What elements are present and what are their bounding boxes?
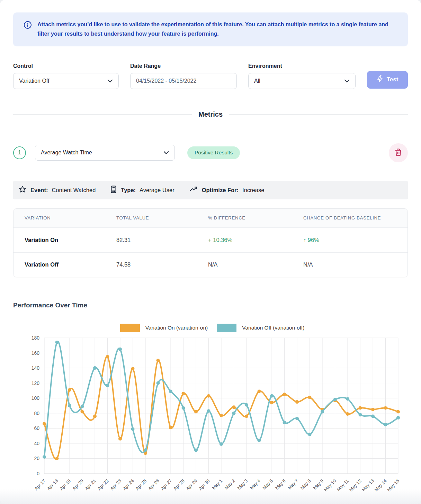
control-select[interactable]: Variation Off [13, 73, 119, 89]
event-summary: Event: Content Watched [18, 185, 96, 195]
bolt-icon [377, 75, 383, 84]
metric-select[interactable]: Average Watch Time [35, 145, 175, 161]
svg-text:May 14: May 14 [374, 478, 388, 492]
legend-swatch-variation-off [217, 324, 236, 332]
variation-name: Variation On [25, 237, 116, 243]
col-total-value: TOTAL VALUE [116, 215, 208, 220]
info-banner: Attach metrics you’d like to use to vali… [13, 12, 408, 46]
optimize-summary: Optimize For: Increase [189, 186, 265, 195]
svg-text:60: 60 [34, 425, 39, 431]
chevron-down-icon [107, 78, 113, 84]
trending-up-icon [189, 186, 198, 195]
event-label: Event: [30, 187, 48, 194]
svg-text:May 8: May 8 [299, 478, 312, 490]
calculator-icon [110, 185, 117, 195]
info-icon [24, 21, 32, 30]
chart-legend: Variation On (variation-on) Variation Of… [13, 324, 408, 332]
trash-icon [394, 148, 402, 158]
svg-text:May 5: May 5 [261, 478, 274, 490]
svg-text:180: 180 [32, 335, 40, 341]
svg-text:Apr 26: Apr 26 [147, 478, 160, 491]
difference-value: N/A [208, 261, 303, 268]
chevron-down-icon [344, 78, 350, 84]
filters-row: Control Variation Off Date Range 04/15/2… [13, 63, 408, 89]
chance-value: ↑ 96% [303, 237, 396, 243]
col-chance: CHANCE OF BEATING BASELINE [303, 215, 396, 220]
svg-text:May 13: May 13 [361, 478, 375, 492]
svg-text:Apr 19: Apr 19 [59, 478, 72, 491]
chance-value: N/A [303, 261, 396, 268]
svg-text:40: 40 [34, 441, 39, 446]
metric-summary-bar: Event: Content Watched Type: Average Use… [13, 181, 408, 199]
svg-text:140: 140 [32, 365, 40, 371]
table-row: Variation Off 74.58 N/A N/A [14, 252, 407, 277]
environment-label: Environment [248, 63, 356, 69]
environment-group: Environment All [248, 63, 356, 89]
delete-metric-button[interactable] [389, 143, 408, 162]
svg-text:May 4: May 4 [249, 478, 261, 490]
difference-value: + 10.36% [208, 237, 303, 243]
performance-section-header: Performance Over Time [13, 302, 408, 309]
positive-results-badge: Positive Results [187, 146, 240, 159]
svg-text:May 3: May 3 [236, 478, 249, 490]
svg-text:Apr 22: Apr 22 [97, 478, 110, 491]
legend-label-variation-off: Variation Off (variation-off) [242, 325, 304, 331]
date-range-group: Date Range 04/15/2022 - 05/15/2022 [130, 63, 237, 89]
control-select-value: Variation Off [19, 78, 49, 84]
metric-index-badge: 1 [13, 146, 26, 159]
svg-text:100: 100 [32, 395, 40, 401]
environment-select-value: All [254, 78, 260, 84]
svg-text:Apr 29: Apr 29 [185, 478, 198, 491]
col-variation: VARIATION [25, 215, 116, 220]
svg-text:May 7: May 7 [287, 478, 299, 490]
table-header-row: VARIATION TOTAL VALUE % DIFFERENCE CHANC… [14, 209, 407, 228]
svg-text:20: 20 [34, 456, 39, 461]
svg-text:Apr 23: Apr 23 [109, 478, 122, 491]
legend-label-variation-on: Variation On (variation-on) [145, 325, 208, 331]
svg-text:May 15: May 15 [386, 478, 400, 492]
date-range-input[interactable]: 04/15/2022 - 05/15/2022 [130, 73, 237, 89]
svg-text:Apr 28: Apr 28 [172, 478, 186, 491]
svg-text:Apr 20: Apr 20 [71, 478, 84, 491]
svg-text:May 2: May 2 [224, 478, 236, 490]
svg-text:Apr 27: Apr 27 [160, 478, 173, 491]
legend-item-variation-off[interactable]: Variation Off (variation-off) [217, 324, 304, 332]
control-label: Control [13, 63, 119, 69]
col-difference: % DIFFERENCE [208, 215, 303, 220]
legend-item-variation-on[interactable]: Variation On (variation-on) [120, 324, 208, 332]
svg-text:Apr 25: Apr 25 [134, 478, 147, 491]
svg-text:May 11: May 11 [336, 478, 350, 492]
performance-title: Performance Over Time [13, 302, 87, 309]
performance-chart: 020406080100120140160180Apr 17Apr 18Apr … [13, 333, 408, 504]
star-icon [18, 185, 27, 195]
svg-text:120: 120 [32, 380, 40, 386]
type-value: Average User [140, 187, 174, 194]
svg-text:Apr 30: Apr 30 [198, 478, 211, 491]
svg-text:Apr 18: Apr 18 [46, 478, 59, 491]
type-label: Type: [121, 187, 136, 194]
variation-name: Variation Off [25, 261, 116, 268]
svg-text:May 10: May 10 [323, 478, 337, 492]
metrics-title: Metrics [198, 110, 223, 118]
optimize-label: Optimize For: [202, 187, 239, 194]
environment-select[interactable]: All [248, 73, 356, 89]
metric-select-value: Average Watch Time [41, 150, 92, 156]
chevron-down-icon [163, 150, 169, 156]
test-button[interactable]: Test [367, 71, 408, 89]
svg-text:80: 80 [34, 411, 39, 416]
date-range-value: 04/15/2022 - 05/15/2022 [136, 78, 196, 84]
date-range-label: Date Range [130, 63, 237, 69]
feature-metrics-page: Attach metrics you’d like to use to vali… [0, 0, 421, 504]
banner-text: Attach metrics you’d like to use to vali… [37, 20, 394, 39]
table-row: Variation On 82.31 + 10.36% ↑ 96% [14, 228, 407, 252]
performance-chart-container: Variation On (variation-on) Variation Of… [13, 324, 408, 504]
metrics-divider: Metrics [13, 110, 408, 118]
type-summary: Type: Average User [110, 185, 174, 195]
test-button-label: Test [387, 76, 398, 83]
svg-text:May 12: May 12 [348, 478, 362, 492]
svg-text:Apr 17: Apr 17 [33, 478, 46, 491]
metric-row: 1 Average Watch Time Positive Results [13, 143, 408, 162]
svg-text:0: 0 [37, 471, 39, 476]
results-table: VARIATION TOTAL VALUE % DIFFERENCE CHANC… [13, 208, 408, 277]
optimize-value: Increase [242, 187, 264, 194]
